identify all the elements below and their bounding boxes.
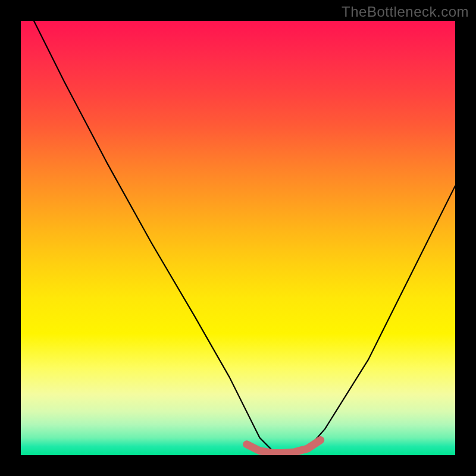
watermark-text: TheBottleneck.com bbox=[342, 4, 469, 20]
main-curve bbox=[34, 21, 455, 453]
chart-frame: TheBottleneck.com bbox=[0, 0, 476, 476]
plot-area bbox=[21, 21, 455, 455]
bottom-band bbox=[247, 440, 321, 453]
curve-layer bbox=[21, 21, 455, 455]
